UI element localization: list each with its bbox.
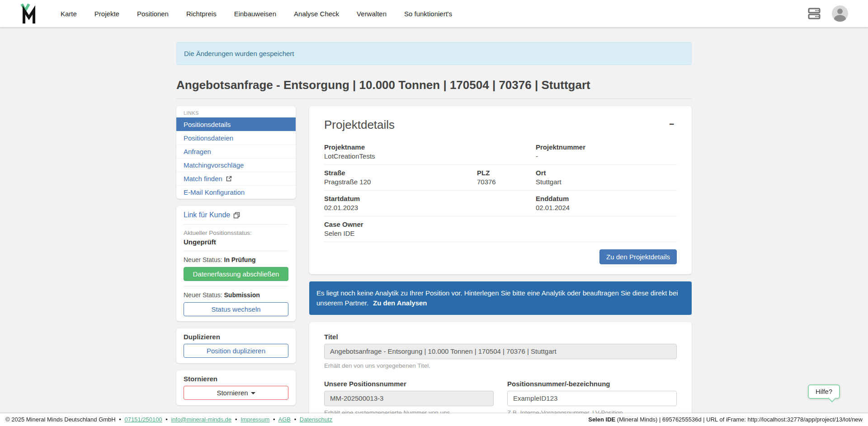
- next-status-label: Neuer Status:: [184, 291, 224, 299]
- footer-session-details: (Mineral Minds) | 69576255536d | URL of …: [615, 416, 863, 423]
- field-row: Startdatum 02.01.2023 Enddatum 02.01.202…: [324, 191, 677, 216]
- footer-separator: •: [235, 416, 237, 423]
- field-strasse: Straße Pragstraße 120: [324, 169, 477, 186]
- status-panel: Link für Kunde Aktueller Positionsstatus…: [176, 206, 296, 321]
- links-panel-header: LINKS: [176, 106, 296, 117]
- our-position-number-input: [324, 391, 494, 406]
- customer-link-label: Link für Kunde: [184, 211, 230, 219]
- title-divider: [176, 98, 692, 99]
- mineral-minds-logo-icon[interactable]: [18, 3, 39, 24]
- next-status-value: In Prüfung: [224, 256, 256, 263]
- sidebar-item-anfragen[interactable]: Anfragen: [176, 145, 296, 158]
- page-content: Die Änderungen wurden gespeichert Angebo…: [0, 27, 868, 426]
- footer-link-impressum[interactable]: Impressum: [241, 416, 269, 423]
- sidebar-item-positionsdetails[interactable]: Positionsdetails: [176, 117, 296, 131]
- field-value: 02.01.2023: [324, 204, 477, 211]
- cancel-dropdown-button[interactable]: Stornieren: [184, 386, 288, 400]
- field-label: Straße: [324, 169, 477, 177]
- current-status-label: Aktueller Positionsstatus:: [184, 229, 288, 236]
- nav-right-icons: [807, 5, 848, 22]
- position-number-label: Positionsnummer/-bezeichnung: [507, 380, 677, 388]
- nav-item-positionen[interactable]: Positionen: [137, 10, 169, 18]
- field-projektnummer: Projektnummer -: [536, 143, 677, 160]
- field-label: Startdatum: [324, 195, 477, 202]
- collapse-card-button[interactable]: −: [666, 118, 677, 130]
- footer-link-agb[interactable]: AGB: [278, 416, 291, 423]
- footer-link-email[interactable]: info@mineral-minds.de: [171, 416, 231, 423]
- main-nav: Karte Projekte Positionen Richtpreis Ein…: [61, 10, 452, 18]
- footer-user-name: Selen IDE: [588, 416, 615, 423]
- field-value: Selen IDE: [324, 229, 477, 237]
- dns-server-icon[interactable]: [807, 8, 821, 19]
- complete-data-entry-button[interactable]: Datenerfassung abschließen: [184, 267, 288, 281]
- nav-item-analyse-check[interactable]: Analyse Check: [294, 10, 339, 18]
- field-value: 70376: [477, 178, 536, 186]
- field-plz: PLZ 70376: [477, 169, 536, 186]
- sidebar-item-label: Positionsdetails: [184, 121, 231, 128]
- title-field-label: Titel: [324, 333, 677, 341]
- cancel-button-label: Stornieren: [217, 389, 248, 397]
- nav-item-einbauweisen[interactable]: Einbauweisen: [234, 10, 276, 18]
- footer-copyright: © 2025 Mineral Minds Deutschland GmbH: [5, 416, 116, 423]
- nav-item-richtpreis[interactable]: Richtpreis: [186, 10, 217, 18]
- sidebar-item-label: Matchingvorschläge: [184, 161, 244, 169]
- footer-separator: •: [294, 416, 297, 423]
- duplicate-panel: Duplizieren Position duplizieren: [176, 328, 296, 363]
- sidebar-item-positionsdateien[interactable]: Positionsdateien: [176, 131, 296, 145]
- field-label: Projektnummer: [536, 143, 677, 151]
- current-status-value: Ungeprüft: [184, 238, 288, 246]
- project-details-fields: Projektname LotCreationTests Projektnumm…: [324, 139, 677, 242]
- sidebar-item-label: Match finden: [184, 175, 222, 183]
- help-button[interactable]: Hilfe?: [808, 384, 840, 399]
- analytics-banner-text: Es liegt noch keine Analytik zu Ihrer Po…: [316, 289, 678, 307]
- nav-item-karte[interactable]: Karte: [61, 10, 77, 18]
- sidebar-item-email-konfiguration[interactable]: E-Mail Konfiguration: [176, 185, 296, 199]
- footer-separator: •: [273, 416, 275, 423]
- page-title: Angebotsanfrage - Entsorgung | 10.000 To…: [176, 78, 692, 92]
- our-position-number-label: Unsere Positionsnummer: [324, 380, 494, 388]
- title-input: [324, 344, 677, 359]
- footer-link-phone[interactable]: 07151/250100: [125, 416, 162, 423]
- sidebar-item-label: Positionsdateien: [184, 134, 233, 142]
- customer-link-row: Link für Kunde: [184, 206, 288, 225]
- field-label: Enddatum: [536, 195, 677, 202]
- next-status-value: Submission: [224, 291, 260, 299]
- current-status-row: Aktueller Positionsstatus: Ungeprüft: [184, 225, 288, 251]
- field-enddatum: Enddatum 02.01.2024: [536, 195, 677, 211]
- go-to-analyses-link[interactable]: Zu den Analysen: [373, 299, 427, 307]
- nav-item-so-funktionierts[interactable]: So funktioniert's: [404, 10, 452, 18]
- external-link-icon: [226, 176, 232, 182]
- field-label: Projektname: [324, 143, 477, 151]
- sidebar-item-matchingvorschlaege[interactable]: Matchingvorschläge: [176, 158, 296, 172]
- customer-link[interactable]: Link für Kunde: [184, 211, 240, 219]
- field-value: -: [536, 152, 677, 160]
- footer-link-datenschutz[interactable]: Datenschutz: [300, 416, 332, 423]
- field-value: LotCreationTests: [324, 152, 477, 160]
- cancel-panel: Stornieren Stornieren: [176, 370, 296, 405]
- next-status-label: Neuer Status:: [184, 256, 224, 263]
- duplicate-position-button[interactable]: Position duplizieren: [184, 344, 288, 358]
- links-panel: LINKS Positionsdetails Positionsdateien …: [176, 106, 296, 199]
- avatar-body: [834, 15, 846, 22]
- field-ort: Ort Stuttgart: [536, 169, 677, 186]
- main-column: Projektdetails − Projektname LotCreation…: [309, 106, 692, 426]
- go-to-project-details-button[interactable]: Zu den Projektdetails: [599, 249, 677, 264]
- sidebar-item-match-finden[interactable]: Match finden: [176, 172, 296, 185]
- position-number-input[interactable]: [507, 391, 677, 406]
- alert-text: Die Änderungen wurden gespeichert: [184, 50, 294, 57]
- switch-status-button[interactable]: Status wechseln: [184, 302, 288, 316]
- field-label: PLZ: [477, 169, 536, 177]
- footer-left: © 2025 Mineral Minds Deutschland GmbH • …: [5, 416, 332, 423]
- footer-separator: •: [119, 416, 121, 423]
- nav-item-projekte[interactable]: Projekte: [94, 10, 119, 18]
- field-value: Stuttgart: [536, 178, 677, 186]
- nav-item-verwalten[interactable]: Verwalten: [357, 10, 387, 18]
- field-case-owner: Case Owner Selen IDE: [324, 220, 477, 237]
- top-navigation-bar: Karte Projekte Positionen Richtpreis Ein…: [0, 0, 868, 27]
- cancel-heading: Stornieren: [184, 375, 288, 383]
- avatar-head: [837, 9, 843, 14]
- next-status-submission-row: Neuer Status: Submission Status wechseln: [184, 286, 288, 321]
- field-startdatum: Startdatum 02.01.2023: [324, 195, 477, 211]
- user-avatar-icon[interactable]: [832, 5, 848, 22]
- next-status-pruefung-row: Neuer Status: In Prüfung Datenerfassung …: [184, 251, 288, 286]
